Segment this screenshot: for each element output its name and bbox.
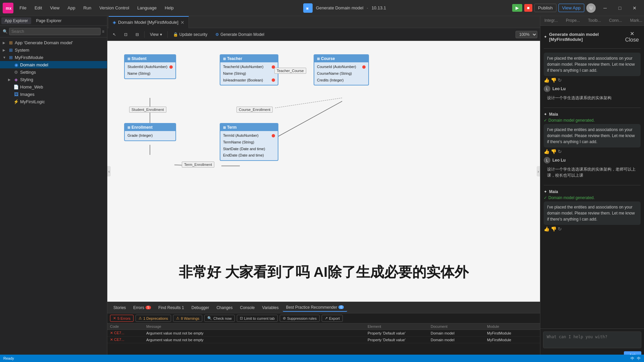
sidebar-item-system[interactable]: ▶ ⊞ System [0, 46, 107, 54]
refresh-button[interactable]: ↻ [558, 226, 562, 232]
entity-enrollment[interactable]: ⊞ Enrollment Grade (Integer) [124, 123, 176, 141]
attr-name: StudentId (AutoNumber) [127, 64, 167, 70]
update-security-button[interactable]: 🔒 Update security [170, 31, 210, 38]
table-row[interactable]: ✕ CE7... Argument value must not be empt… [107, 337, 540, 343]
entity-attr-row: Name (String) [127, 70, 173, 77]
zoom-out-button[interactable]: ⊟ [133, 31, 142, 38]
error-indicator [272, 134, 275, 137]
warnings-filter-button[interactable]: ⚠ 8 Warnings [173, 315, 202, 322]
bottom-tab-debugger[interactable]: Debugger [188, 304, 213, 311]
bottom-tab-bpr[interactable]: Best Practice Recommender 0 [283, 304, 347, 312]
entity-icon: ⊞ [317, 57, 320, 61]
user-avatar[interactable]: U [586, 3, 596, 13]
sidebar-item-logic[interactable]: ▶ ⚡ MyFirstLogic [0, 98, 107, 105]
thumbs-up-button[interactable]: 👍 [544, 77, 549, 83]
suppression-rules-button[interactable]: ⊘ Suppression rules [280, 315, 320, 322]
thumbs-down-button[interactable]: 👎 [551, 226, 556, 232]
sidebar-item-home-web[interactable]: ▶ 📄 Home_Web [0, 83, 107, 90]
warnings-label: 8 Warnings [181, 316, 199, 320]
app-logo-icon: ▣ [303, 3, 313, 13]
bottom-tab-variables[interactable]: Variables [259, 304, 282, 311]
collapse-left-button[interactable]: ‹ [107, 166, 111, 177]
bpr-label: Best Practice Recommender [286, 305, 337, 310]
menu-view[interactable]: View [47, 4, 63, 12]
editor-tab-domain[interactable]: ◈ Domain Model [MyFirstModule] ✕ [109, 16, 189, 28]
diagram-area[interactable]: ‹ › [107, 41, 540, 302]
export-button[interactable]: ↗ Export [322, 315, 343, 322]
errors-filter-button[interactable]: ✕ 5 Errors [110, 315, 133, 322]
right-tab-mark[interactable]: Mark... [626, 16, 644, 25]
right-tab-prope[interactable]: Prope... [562, 16, 584, 25]
app-icon: mx [3, 3, 13, 13]
entity-term[interactable]: ⊞ Term TermId (AutoNumber) TermName (Str… [220, 123, 278, 161]
menu-app[interactable]: App [64, 4, 78, 12]
refresh-button[interactable]: ↻ [558, 77, 562, 83]
sidebar-item-images[interactable]: ▶ 🖼 Images [0, 90, 107, 98]
tab-close-icon[interactable]: ✕ [180, 20, 184, 25]
thumbs-down-button[interactable]: 👎 [551, 77, 556, 83]
refresh-button[interactable]: ↻ [558, 149, 562, 154]
thumbs-up-button[interactable]: 👍 [544, 149, 549, 154]
menu-run[interactable]: Run [80, 4, 95, 12]
menu-file[interactable]: File [16, 4, 30, 12]
menu-edit[interactable]: Edit [31, 4, 45, 12]
minimize-button[interactable]: ─ [598, 3, 612, 13]
row-error-icon: ✕ CE7... [110, 331, 144, 335]
stop-button[interactable]: ■ [524, 4, 532, 12]
sidebar-item-settings[interactable]: ▶ ⚙ Settings [0, 68, 107, 76]
bottom-tab-errors[interactable]: Errors 5 [130, 304, 154, 311]
thumbs-down-button[interactable]: 👎 [551, 149, 556, 154]
sidebar-item-domain-model[interactable]: ▶ ◉ Domain model [0, 61, 107, 68]
entity-attr-row: TermId (AutoNumber) [223, 132, 275, 139]
bottom-tab-stories[interactable]: Stories [110, 304, 129, 311]
table-row[interactable]: ✕ CE7... Argument value must not be empt… [107, 330, 540, 337]
view-app-button[interactable]: View App [558, 4, 584, 12]
publish-button[interactable]: Publish [534, 4, 556, 12]
bottom-tab-find-results[interactable]: Find Results 1 [155, 304, 187, 311]
zoom-select[interactable]: 100% [516, 31, 537, 38]
check-now-button[interactable]: 🔍 Check now [204, 315, 234, 322]
relation-student-enrollment: Student_Enrollment [129, 107, 166, 113]
sidebar-item-app[interactable]: ▶ ⊞ App 'Generate Domain model' [0, 39, 107, 46]
sidebar-item-styling[interactable]: ▶ ◈ Styling [0, 76, 107, 83]
chat-input[interactable] [543, 331, 641, 348]
collapse-right-button[interactable]: › [537, 166, 540, 177]
thumbs-up-button[interactable]: 👍 [544, 226, 549, 232]
sidebar-tab-page-explorer[interactable]: Page Explorer [33, 17, 65, 24]
right-tab-integr[interactable]: Integr... [540, 16, 562, 25]
entity-teacher[interactable]: ⊞ Teacher TeacherId (AutoNumber) Name (S… [220, 54, 278, 85]
search-input[interactable] [9, 28, 101, 35]
right-panel-tabs: Integr... Prope... Toolb... Conn... Mark… [540, 16, 644, 26]
maia-title: Generate domain model [MyFirstModule] [549, 32, 623, 42]
bottom-tab-changes[interactable]: Changes [213, 304, 236, 311]
sidebar-item-module[interactable]: ▼ ⊞ MyFirstModule [0, 54, 107, 61]
menu-language[interactable]: Language [134, 4, 160, 12]
user-name-2: Leo Lu [552, 158, 566, 163]
sidebar-item-label: MyFirstLogic [20, 99, 45, 104]
right-panel: Integr... Prope... Toolb... Conn... Mark… [540, 16, 644, 362]
attr-name: IsHeadmaster (Boolean) [223, 77, 263, 84]
right-tab-toolb[interactable]: Toolb... [584, 16, 605, 25]
menu-vcs[interactable]: Version Control [96, 4, 132, 12]
bottom-tab-console[interactable]: Console [237, 304, 258, 311]
zoom-fit-button[interactable]: ⊡ [121, 31, 130, 38]
close-right-panel-button[interactable]: ✕ Close [623, 31, 641, 43]
errors-count-label: 5 Errors [117, 316, 130, 320]
entity-course[interactable]: ⊞ Course CourseId (AutoNumber) CourseNam… [314, 54, 369, 85]
relation-course-enrollment: Course_Enrollment [236, 107, 273, 113]
generate-domain-button[interactable]: ⚙ Generate Domain Model [213, 31, 267, 38]
generate-icon: ⚙ [215, 32, 219, 37]
entity-teacher-header: ⊞ Teacher [220, 55, 278, 62]
deprecations-filter-button[interactable]: ⚠ 1 Deprecations [136, 315, 171, 322]
maximize-button[interactable]: □ [613, 3, 627, 13]
close-button[interactable]: ✕ [628, 3, 641, 13]
run-button[interactable]: ▶ [512, 4, 522, 12]
right-tab-conn[interactable]: Conn... [605, 16, 626, 25]
view-button[interactable]: View ▾ [147, 31, 165, 38]
menu-help[interactable]: Help [161, 4, 177, 12]
select-tool-button[interactable]: ↖ [110, 31, 119, 38]
limit-to-current-tab-button[interactable]: ⊡ Limit to current tab [237, 315, 278, 322]
limit-icon: ⊡ [240, 316, 243, 320]
entity-student[interactable]: ⊞ Student StudentId (AutoNumber) Name (S… [124, 54, 176, 79]
sidebar-tab-app-explorer[interactable]: App Explorer [1, 17, 31, 24]
